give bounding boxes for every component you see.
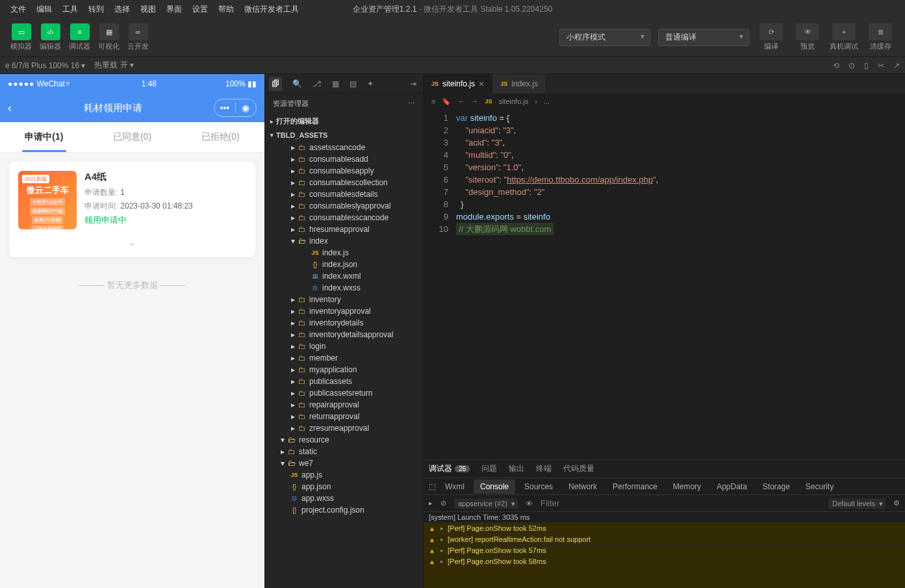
visualize-button[interactable]: ▦可视化 xyxy=(98,23,120,51)
compile-button[interactable]: ⟳编译 xyxy=(757,23,785,51)
expand-chevron-icon[interactable]: ⌄ xyxy=(18,236,246,248)
clear-cache-button[interactable]: ≣清缓存 xyxy=(866,23,895,51)
console-output[interactable]: [system] Launch Time: 3035 ms▲▸[Perf] Pa… xyxy=(424,512,905,588)
tree-item-inventory[interactable]: ▸ 🗀 inventory xyxy=(265,294,423,305)
compile-select[interactable]: 普通编译 xyxy=(658,29,749,46)
code-editor[interactable]: 12345678910 var siteinfo = { "uniacid": … xyxy=(424,109,905,459)
dbg-tab-quality[interactable]: 代码质量 xyxy=(563,463,594,474)
file-tree[interactable]: ▸ 🗀 assetsscancode▸ 🗀 consumablesadd▸ 🗀 … xyxy=(265,142,423,588)
tab-rejected[interactable]: 已拒绝(0) xyxy=(176,122,264,152)
menu-settings[interactable]: 设置 xyxy=(187,1,213,18)
request-card[interactable]: 2021新版 微云二手车 小程序+公众号 电脑网站/PC端 多商户+分销 正版商… xyxy=(9,162,255,257)
gear-icon[interactable]: ⚙ xyxy=(893,499,900,507)
toggle-sidebar-icon[interactable]: ▸ xyxy=(429,499,433,507)
device-select[interactable]: e 6/7/8 Plus 100% 16 ▾ xyxy=(5,61,85,70)
tree-item-consumablesadd[interactable]: ▸ 🗀 consumablesadd xyxy=(265,153,423,165)
simulator-button[interactable]: ▭模拟器 xyxy=(10,23,32,51)
list-icon[interactable]: ≡ xyxy=(431,97,435,105)
tree-item-index-wxml[interactable]: ▤ index.wxml xyxy=(265,270,423,282)
menu-select[interactable]: 选择 xyxy=(109,1,135,18)
menu-help[interactable]: 帮助 xyxy=(213,1,239,18)
console-filter-input[interactable] xyxy=(541,498,821,508)
menu-dots-icon[interactable]: ••• xyxy=(214,103,235,113)
tree-item-static[interactable]: ▸ 🗀 static xyxy=(265,446,423,457)
toggle-icon[interactable]: ⇥ xyxy=(410,79,416,88)
tab-index[interactable]: JS index.js xyxy=(492,74,546,94)
files-icon[interactable]: 🗐 xyxy=(269,77,282,91)
forward-icon[interactable]: → xyxy=(471,97,478,105)
open-editors-section[interactable]: ▸打开的编辑器 xyxy=(265,114,423,129)
tree-item-consumablesdetails[interactable]: ▸ 🗀 consumablesdetails xyxy=(265,188,423,200)
tree-item-inventorydetails[interactable]: ▸ 🗀 inventorydetails xyxy=(265,317,423,329)
bookmark-icon[interactable]: 🔖 xyxy=(442,97,451,106)
devtab-appdata[interactable]: AppData xyxy=(710,479,754,494)
levels-select[interactable]: Default levels xyxy=(828,498,886,509)
tree-item-app-wxss[interactable]: ⊟ app.wxss xyxy=(265,492,423,504)
devtab-storage[interactable]: Storage xyxy=(756,479,797,494)
tree-item-member[interactable]: ▸ 🗀 member xyxy=(265,352,423,364)
tree-item-returnapproval[interactable]: ▸ 🗀 returnapproval xyxy=(265,411,423,422)
context-select[interactable]: appservice (#2) xyxy=(454,498,518,509)
devtab-wxml[interactable]: Wxml xyxy=(439,479,471,494)
device-debug-button[interactable]: ⌖真机调试 xyxy=(830,23,858,51)
tree-item-index-json[interactable]: {} index.json xyxy=(265,259,423,270)
back-icon[interactable]: ← xyxy=(457,97,465,105)
dbg-tab-debugger[interactable]: 调试器26 xyxy=(429,463,470,474)
devtab-security[interactable]: Security xyxy=(799,479,840,494)
eye-icon[interactable]: 👁 xyxy=(526,500,533,507)
tree-item-inventorydetailsapproval[interactable]: ▸ 🗀 inventorydetailsapproval xyxy=(265,329,423,340)
inspect-icon[interactable]: ⬚ xyxy=(429,482,436,491)
phone-body[interactable]: 申请中(1) 已同意(0) 已拒绝(0) 2021新版 微云二手车 小程序+公众… xyxy=(0,122,264,588)
tree-item-app-js[interactable]: JS app.js xyxy=(265,469,423,481)
tab-approved[interactable]: 已同意(0) xyxy=(88,122,177,152)
cloud-button[interactable]: ∞云开发 xyxy=(127,23,149,51)
editor-button[interactable]: ‹/›编辑器 xyxy=(40,23,61,51)
tree-item-consumablesscancode[interactable]: ▸ 🗀 consumablesscancode xyxy=(265,212,423,224)
tree-item-publicassets[interactable]: ▸ 🗀 publicassets xyxy=(265,376,423,387)
extensions-icon[interactable]: ▦ xyxy=(332,79,339,88)
home-icon[interactable]: ⊙ xyxy=(848,61,855,70)
layout-icon[interactable]: ▤ xyxy=(350,79,357,88)
devtab-performance[interactable]: Performance xyxy=(606,479,664,494)
device-icon[interactable]: ▯ xyxy=(864,61,869,70)
project-section[interactable]: ▾TBLD_ASSETS xyxy=(265,129,423,142)
tree-item-consumablescollection[interactable]: ▸ 🗀 consumablescollection xyxy=(265,177,423,188)
tree-item-project-config-json[interactable]: {} project.config.json xyxy=(265,504,423,516)
spark-icon[interactable]: ✦ xyxy=(367,79,374,88)
tree-item-consumableslyapproval[interactable]: ▸ 🗀 consumableslyapproval xyxy=(265,200,423,212)
menu-interface[interactable]: 界面 xyxy=(161,1,187,18)
devtab-network[interactable]: Network xyxy=(562,479,604,494)
menu-view[interactable]: 视图 xyxy=(135,1,161,18)
tree-item-index-wxss[interactable]: ⊟ index.wxss xyxy=(265,282,423,294)
more-icon[interactable]: ⋯ xyxy=(408,99,415,108)
devtab-memory[interactable]: Memory xyxy=(667,479,707,494)
preview-button[interactable]: 👁预览 xyxy=(793,23,822,51)
dbg-tab-output[interactable]: 输出 xyxy=(509,463,524,474)
dbg-tab-problems[interactable]: 问题 xyxy=(481,463,497,474)
cut-icon[interactable]: ✂ xyxy=(878,61,884,70)
tree-item-consumablesapply[interactable]: ▸ 🗀 consumablesapply xyxy=(265,165,423,177)
tree-item-hresumeapproval[interactable]: ▸ 🗀 hresumeapproval xyxy=(265,224,423,235)
tab-siteinfo[interactable]: JS siteinfo.js × xyxy=(424,74,492,94)
tree-item-index[interactable]: ▾ 🗁 index xyxy=(265,235,423,247)
tree-item-login[interactable]: ▸ 🗀 login xyxy=(265,340,423,352)
tree-item-inventoryapproval[interactable]: ▸ 🗀 inventoryapproval xyxy=(265,305,423,317)
hotreload-toggle[interactable]: 热重载 开 ▾ xyxy=(94,60,134,71)
capsule-button[interactable]: ••• ◉ xyxy=(214,99,257,117)
menu-tools[interactable]: 工具 xyxy=(57,1,83,18)
arrow-icon[interactable]: ↗ xyxy=(893,61,900,70)
branch-icon[interactable]: ⎇ xyxy=(312,79,322,88)
tree-item-repairapproval[interactable]: ▸ 🗀 repairapproval xyxy=(265,399,423,411)
tree-item-publicassetsreturn[interactable]: ▸ 🗀 publicassetsreturn xyxy=(265,387,423,399)
tree-item-zresumeapproval[interactable]: ▸ 🗀 zresumeapproval xyxy=(265,422,423,434)
tree-item-assetsscancode[interactable]: ▸ 🗀 assetsscancode xyxy=(265,142,423,153)
refresh-icon[interactable]: ⟲ xyxy=(833,61,839,70)
devtab-console[interactable]: Console xyxy=(474,479,515,494)
tree-item-we7[interactable]: ▾ 🗁 we7 xyxy=(265,457,423,469)
tab-applying[interactable]: 申请中(1) xyxy=(0,122,88,152)
search-icon[interactable]: 🔍 xyxy=(292,79,302,88)
clear-console-icon[interactable]: ⊘ xyxy=(440,499,446,507)
devtab-sources[interactable]: Sources xyxy=(518,479,559,494)
menu-edit[interactable]: 编辑 xyxy=(31,1,57,18)
tree-item-resource[interactable]: ▾ 🗁 resource xyxy=(265,434,423,446)
